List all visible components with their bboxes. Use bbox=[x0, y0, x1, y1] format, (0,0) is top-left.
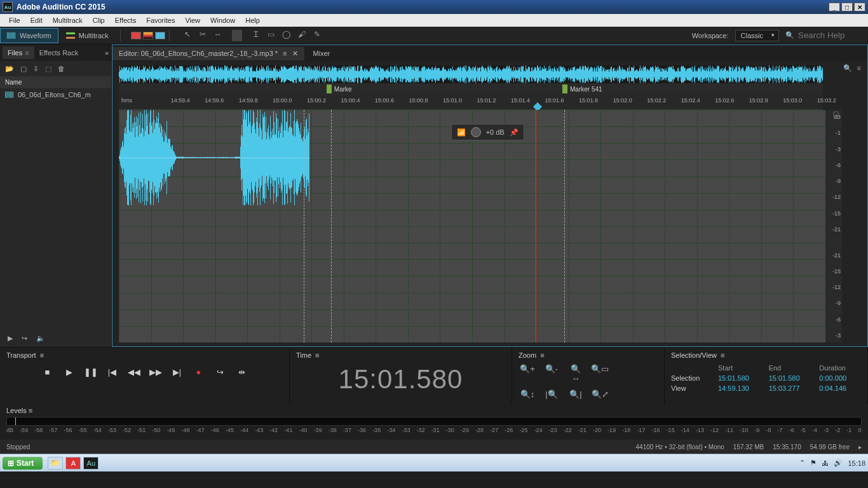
tab-close-icon[interactable]: ✕ bbox=[292, 50, 298, 58]
tab-files[interactable]: Files≡ bbox=[3, 46, 34, 59]
heal-tool-icon[interactable]: ✎ bbox=[312, 30, 322, 41]
zoom-in-time-icon[interactable]: 🔍+ bbox=[519, 364, 536, 383]
selection-edge[interactable] bbox=[304, 110, 304, 342]
stop-button[interactable]: ■ bbox=[41, 365, 54, 378]
move-tool-icon[interactable]: ↖ bbox=[182, 30, 193, 41]
zoom-out-full-icon[interactable]: 🔍⤢ bbox=[591, 390, 609, 399]
selection-end[interactable]: 15:01.580 bbox=[769, 374, 811, 382]
slip-tool-icon[interactable]: ↔ bbox=[213, 30, 223, 41]
status-menu-icon[interactable]: ▸ bbox=[858, 444, 862, 451]
gain-hud[interactable]: 📶 +0 dB 📌 bbox=[451, 124, 524, 140]
menu-edit[interactable]: Edit bbox=[25, 15, 48, 25]
lasso-tool-icon[interactable]: ◯ bbox=[281, 30, 292, 41]
view-duration[interactable]: 0:04.146 bbox=[819, 384, 861, 392]
close-button[interactable]: ✕ bbox=[854, 3, 865, 11]
marker-item[interactable]: Marke bbox=[327, 83, 352, 95]
menu-effects[interactable]: Effects bbox=[110, 15, 141, 25]
marker-item[interactable]: Marker 541 bbox=[562, 83, 602, 95]
time-select-tool-icon[interactable]: Ꮖ bbox=[251, 30, 261, 41]
swatch-red-icon[interactable] bbox=[131, 32, 141, 39]
mode-waveform-tab[interactable]: Waveform bbox=[0, 28, 58, 43]
gain-value[interactable]: +0 dB bbox=[486, 128, 505, 136]
menu-favorites[interactable]: Favorites bbox=[141, 15, 180, 25]
new-file-icon[interactable]: ▢ bbox=[20, 65, 27, 73]
tray-volume-icon[interactable]: 🔊 bbox=[834, 459, 843, 467]
maximize-button[interactable]: □ bbox=[841, 3, 853, 11]
import-icon[interactable]: ⇩ bbox=[33, 65, 39, 73]
panel-menu-icon[interactable]: ≡ bbox=[721, 351, 724, 359]
play-button[interactable]: ▶ bbox=[63, 365, 76, 378]
level-meter[interactable] bbox=[6, 417, 862, 426]
panel-expand-icon[interactable]: » bbox=[105, 49, 109, 57]
zoom-full-icon[interactable]: 🔍↔ bbox=[567, 364, 585, 383]
tray-flag-icon[interactable]: ⚑ bbox=[810, 459, 817, 467]
menu-view[interactable]: View bbox=[180, 15, 205, 25]
menu-file[interactable]: File bbox=[4, 15, 25, 25]
taskbar-audition-icon[interactable]: Au bbox=[83, 457, 98, 470]
open-file-icon[interactable]: 📂 bbox=[5, 65, 14, 73]
taskbar-pdf-icon[interactable]: A bbox=[65, 457, 81, 470]
panel-menu-icon[interactable]: ≡ bbox=[29, 407, 32, 414]
menu-help[interactable]: Help bbox=[240, 15, 265, 25]
zoom-in-left-icon[interactable]: |🔍 bbox=[543, 390, 560, 399]
view-end[interactable]: 15:03.277 bbox=[769, 384, 811, 392]
tab-effects-rack[interactable]: Effects Rack bbox=[34, 46, 84, 59]
marquee-tool-icon[interactable]: ▭ bbox=[266, 30, 276, 41]
panel-menu-icon[interactable]: ≡ bbox=[540, 351, 544, 359]
search-icon[interactable]: 🔍 bbox=[785, 31, 794, 39]
time-display[interactable]: 15:01.580 bbox=[296, 364, 505, 395]
autoplay-icon[interactable]: 🔈 bbox=[36, 334, 45, 342]
pin-icon[interactable]: 📌 bbox=[510, 128, 519, 137]
tab-menu-icon[interactable]: ≡ bbox=[283, 50, 287, 58]
record-button[interactable]: ● bbox=[193, 365, 205, 378]
brush-tool-icon[interactable]: 🖌 bbox=[297, 30, 307, 41]
swatch-spectral-icon[interactable] bbox=[143, 32, 153, 39]
view-start[interactable]: 14:59.130 bbox=[718, 384, 760, 392]
mode-multitrack-tab[interactable]: Multitrack bbox=[60, 28, 115, 43]
files-column-name[interactable]: Name bbox=[0, 76, 111, 88]
panel-menu-icon[interactable]: ≡ bbox=[315, 351, 319, 359]
timeline-ruler[interactable]: hms 14:59.414:59.614:59.815:00.015:00.21… bbox=[119, 95, 823, 110]
zoom-in-amp-icon[interactable]: 🔍↕ bbox=[519, 390, 536, 399]
workspace-selector[interactable]: Classic bbox=[735, 30, 779, 41]
go-end-button[interactable]: ▶| bbox=[171, 365, 184, 378]
playhead-line[interactable] bbox=[536, 110, 536, 342]
marker-track[interactable]: Marke Marker 541 bbox=[119, 83, 823, 95]
minimize-button[interactable]: _ bbox=[829, 3, 840, 11]
start-button[interactable]: ⊞ Start bbox=[3, 457, 43, 470]
mixer-tab[interactable]: Mixer bbox=[307, 47, 337, 60]
search-help-input[interactable] bbox=[798, 30, 862, 40]
headphone-icon[interactable]: 🎧 bbox=[832, 111, 839, 118]
overview-menu-icon[interactable]: ≡ bbox=[857, 64, 861, 72]
menu-clip[interactable]: Clip bbox=[88, 15, 110, 25]
taskbar-explorer-icon[interactable]: 📁 bbox=[48, 457, 63, 470]
swatch-blue-icon[interactable] bbox=[155, 32, 165, 39]
tray-clock[interactable]: 15:18 bbox=[848, 459, 865, 467]
forward-button[interactable]: ▶▶ bbox=[149, 365, 162, 378]
selection-duration[interactable]: 0:00.000 bbox=[819, 374, 861, 382]
play-preview-icon[interactable]: ▶ bbox=[8, 334, 13, 342]
tray-network-icon[interactable]: 🖧 bbox=[822, 459, 829, 467]
tray-expand-icon[interactable]: ⌃ bbox=[799, 459, 805, 467]
rewind-button[interactable]: ◀◀ bbox=[128, 365, 140, 378]
pause-button[interactable]: ❚❚ bbox=[85, 365, 97, 378]
zoom-out-time-icon[interactable]: 🔍- bbox=[543, 364, 560, 383]
record-file-icon[interactable]: ⬚ bbox=[45, 65, 51, 73]
go-start-button[interactable]: |◀ bbox=[106, 365, 119, 378]
waveform-display[interactable]: 📶 +0 dB 📌 bbox=[119, 110, 825, 342]
zoom-reset-icon[interactable]: 🔍 bbox=[843, 64, 852, 72]
menu-window[interactable]: Window bbox=[205, 15, 240, 25]
overview-waveform[interactable] bbox=[119, 65, 823, 83]
zoom-in-right-icon[interactable]: 🔍| bbox=[567, 390, 585, 399]
menu-multitrack[interactable]: Multitrack bbox=[48, 15, 88, 25]
gain-knob[interactable] bbox=[471, 127, 481, 137]
selection-edge[interactable] bbox=[331, 110, 332, 342]
panel-menu-icon[interactable]: ≡ bbox=[40, 351, 44, 359]
file-item[interactable]: 06_06d_Eltons_Ch6_m bbox=[0, 88, 111, 101]
loop-preview-icon[interactable]: ↪ bbox=[22, 334, 27, 342]
selection-start[interactable]: 15:01.580 bbox=[718, 374, 760, 382]
delete-file-icon[interactable]: 🗑 bbox=[58, 65, 65, 72]
razor-tool-icon[interactable]: ✂ bbox=[198, 30, 208, 41]
zoom-selection-icon[interactable]: 🔍▭ bbox=[591, 364, 609, 383]
skip-selection-button[interactable]: ⇹ bbox=[236, 365, 248, 378]
